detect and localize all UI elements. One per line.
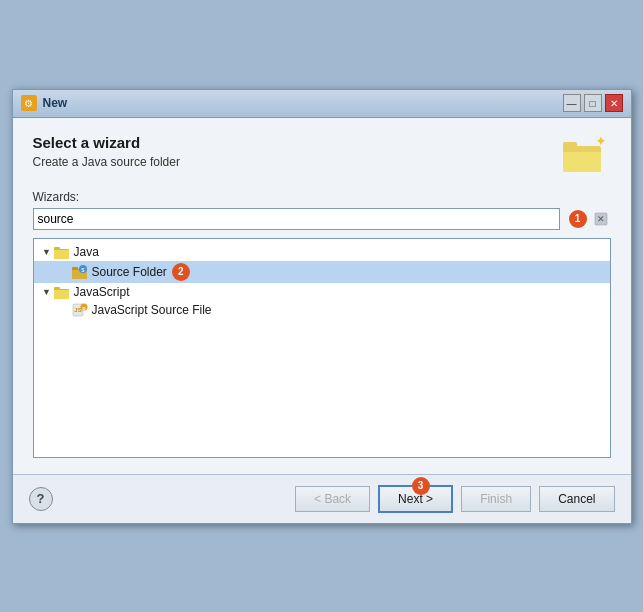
expand-java-icon: ▼ — [42, 247, 52, 257]
new-wizard-window: ⚙ New — □ ✕ Select a wizard Create a Jav… — [12, 89, 632, 524]
svg-text:⚙: ⚙ — [82, 305, 86, 310]
wizards-label: Wizards: — [33, 190, 611, 204]
tree-item-javascript[interactable]: ▼ JavaScript — [34, 283, 610, 301]
js-source-file-label: JavaScript Source File — [92, 303, 212, 317]
svg-text:✕: ✕ — [597, 214, 605, 224]
java-label: Java — [74, 245, 99, 259]
maximize-button[interactable]: □ — [584, 94, 602, 112]
tree-item-js-source-file[interactable]: JS ⚙ JavaScript Source File — [34, 301, 610, 319]
svg-text:✦: ✦ — [595, 134, 607, 149]
dialog-title: Select a wizard — [33, 134, 563, 151]
header-icon: ✦ — [563, 134, 611, 174]
wizard-icon-svg: ✦ — [563, 134, 607, 174]
help-button[interactable]: ? — [29, 487, 53, 511]
window-icon: ⚙ — [21, 95, 37, 111]
svg-text:JS: JS — [74, 307, 81, 313]
back-button[interactable]: < Back — [295, 486, 370, 512]
expand-javascript-icon: ▼ — [42, 287, 52, 297]
svg-rect-1 — [563, 142, 577, 148]
source-folder-badge: 2 — [172, 263, 190, 281]
source-folder-icon: S — [72, 265, 88, 279]
cancel-button[interactable]: Cancel — [539, 486, 614, 512]
javascript-label: JavaScript — [74, 285, 130, 299]
close-button[interactable]: ✕ — [605, 94, 623, 112]
clear-icon: ✕ — [594, 212, 608, 226]
source-folder-label: Source Folder — [92, 265, 167, 279]
svg-rect-2 — [563, 152, 601, 172]
search-row: 1 ✕ — [33, 208, 611, 230]
js-source-file-icon: JS ⚙ — [72, 303, 88, 317]
bottom-bar: ? < Back Next > 3 Finish Cancel — [13, 474, 631, 523]
clear-search-button[interactable]: ✕ — [591, 209, 611, 229]
titlebar-buttons: — □ ✕ — [563, 94, 623, 112]
next-button-wrapper: Next > 3 — [378, 485, 453, 513]
header-text: Select a wizard Create a Java source fol… — [33, 134, 563, 169]
svg-rect-8 — [54, 250, 69, 259]
javascript-folder-icon — [54, 285, 70, 299]
tree-item-java[interactable]: ▼ Java — [34, 243, 610, 261]
java-folder-icon — [54, 245, 70, 259]
search-badge: 1 — [569, 210, 587, 228]
dialog-content: Select a wizard Create a Java source fol… — [13, 118, 631, 474]
titlebar: ⚙ New — □ ✕ — [13, 90, 631, 118]
search-input[interactable] — [33, 208, 560, 230]
minimize-button[interactable]: — — [563, 94, 581, 112]
svg-rect-16 — [54, 290, 69, 299]
header-section: Select a wizard Create a Java source fol… — [33, 134, 611, 174]
next-badge: 3 — [412, 477, 430, 495]
tree-area: ▼ Java S Source Fol — [33, 238, 611, 458]
window-title: New — [43, 96, 563, 110]
dialog-subtitle: Create a Java source folder — [33, 155, 563, 169]
tree-item-source-folder[interactable]: S Source Folder 2 — [34, 261, 610, 283]
finish-button[interactable]: Finish — [461, 486, 531, 512]
